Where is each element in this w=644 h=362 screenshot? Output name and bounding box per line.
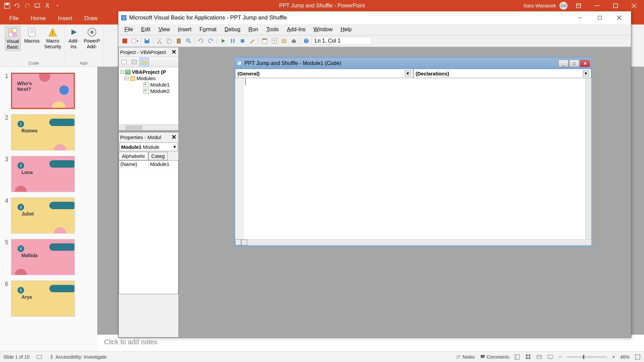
vba-procedure-view-icon[interactable] xyxy=(235,239,241,245)
vba-toolbox-icon[interactable] xyxy=(289,37,298,45)
vba-properties-object-select[interactable]: Module1 Module ▾ xyxy=(119,142,178,151)
vba-code-editor[interactable] xyxy=(243,78,585,239)
fit-window-icon[interactable] xyxy=(635,354,641,360)
slide-thumb-4[interactable]: 4 3 Juliet xyxy=(0,195,97,236)
user-name[interactable]: Sara Wanasek xyxy=(523,3,556,8)
vba-menu-insert[interactable]: Insert xyxy=(175,25,195,34)
tab-home[interactable]: Home xyxy=(24,12,52,24)
vba-menu-window[interactable]: Window xyxy=(310,25,336,34)
zoom-slider[interactable] xyxy=(567,356,607,358)
ribbon-display-icon[interactable] xyxy=(571,0,586,11)
vba-paste-icon[interactable] xyxy=(174,37,183,45)
addins-button[interactable]: Add- ins xyxy=(67,26,80,50)
macros-button[interactable]: Macros xyxy=(23,26,41,51)
vba-menu-format[interactable]: Format xyxy=(196,25,220,34)
slideshow-icon[interactable] xyxy=(34,2,41,9)
vba-menu-edit[interactable]: Edit xyxy=(138,25,154,34)
vba-close-icon[interactable] xyxy=(609,13,629,22)
vba-run-icon[interactable] xyxy=(219,37,227,45)
touch-icon[interactable] xyxy=(44,2,51,9)
vba-code-titlebar[interactable]: PPT Jump and Shuffle - Module1 (Code) _ … xyxy=(235,58,591,69)
sorter-view-icon[interactable] xyxy=(525,354,531,360)
vba-break-icon[interactable] xyxy=(228,37,237,45)
slideshow-view-icon[interactable] xyxy=(547,354,553,360)
vba-code-close-icon[interactable]: ✕ xyxy=(580,60,590,67)
vba-properties-panel-close-icon[interactable]: ✕ xyxy=(170,134,177,140)
vba-code-vscroll[interactable] xyxy=(585,78,591,239)
vba-properties-icon[interactable] xyxy=(270,37,279,45)
vba-titlebar[interactable]: V Microsoft Visual Basic for Application… xyxy=(118,11,631,24)
vba-props-tab-categorized[interactable]: Categ xyxy=(148,152,168,160)
vba-tree-module2[interactable]: Module2 xyxy=(120,88,177,94)
vba-maximize-icon[interactable] xyxy=(590,13,609,22)
vba-menu-help[interactable]: Help xyxy=(337,25,355,34)
vba-minimize-icon[interactable] xyxy=(571,13,590,22)
close-icon[interactable] xyxy=(626,0,641,11)
vba-menu-file[interactable]: File xyxy=(121,25,137,34)
vba-properties-grid[interactable]: (Name) Module1 xyxy=(119,160,178,294)
vba-redo-icon[interactable] xyxy=(206,37,215,45)
vba-find-icon[interactable] xyxy=(184,37,193,45)
tab-file[interactable]: File xyxy=(3,12,24,24)
comments-button[interactable]: Comments xyxy=(480,354,509,360)
vba-cut-icon[interactable] xyxy=(155,37,164,45)
slide-thumb-2[interactable]: 2 1 Romeo xyxy=(0,112,97,153)
vba-help-icon[interactable]: ? xyxy=(302,37,311,45)
vba-full-module-view-icon[interactable] xyxy=(241,239,247,245)
svg-point-23 xyxy=(51,355,52,356)
zoom-out-icon[interactable]: − xyxy=(558,354,561,360)
maximize-icon[interactable] xyxy=(608,0,623,11)
notes-button[interactable]: Notes xyxy=(456,354,475,360)
redo-icon[interactable] xyxy=(23,2,31,9)
vba-project-hscroll[interactable] xyxy=(119,124,178,130)
user-avatar[interactable]: SW xyxy=(559,2,568,10)
visual-basic-button[interactable]: Visual Basic xyxy=(5,26,21,51)
vba-procedure-dropdown[interactable]: (Declarations) ▾ xyxy=(413,69,591,78)
slides-panel[interactable]: 1 Who's Next? 2 1 Romeo 3 2 Lu xyxy=(0,67,97,351)
vba-props-tab-alphabetic[interactable]: Alphabetic xyxy=(119,152,148,160)
vba-toggle-folders-icon[interactable] xyxy=(140,58,149,66)
vba-code-minimize-icon[interactable]: _ xyxy=(558,60,569,67)
vba-menu-addins[interactable]: Add-Ins xyxy=(283,25,309,34)
vba-design-mode-icon[interactable] xyxy=(248,37,257,45)
vba-code-hscroll[interactable] xyxy=(247,239,591,245)
vba-menu-run[interactable]: Run xyxy=(245,25,262,34)
normal-view-icon[interactable] xyxy=(514,354,520,360)
vba-insert-module-icon[interactable]: ▾ xyxy=(130,37,139,45)
customize-qat-icon[interactable]: ▾ xyxy=(54,2,61,9)
slide-thumb-5[interactable]: 5 4 Maltida xyxy=(0,236,97,278)
zoom-level[interactable]: 46% xyxy=(620,354,630,360)
vba-view-code-icon[interactable] xyxy=(119,58,129,66)
vba-save-icon[interactable] xyxy=(143,37,151,45)
vba-undo-icon[interactable] xyxy=(197,37,205,45)
vba-project-panel-close-icon[interactable]: ✕ xyxy=(170,49,177,55)
vba-view-object-icon[interactable] xyxy=(129,58,139,66)
macro-security-button[interactable]: ! Macro Security xyxy=(43,26,63,51)
powerpoint-addins-button[interactable]: PowerP Add- xyxy=(82,26,101,50)
vba-menu-view[interactable]: View xyxy=(155,25,173,34)
minimize-icon[interactable] xyxy=(589,0,604,11)
vba-copy-icon[interactable] xyxy=(165,37,173,45)
slide-thumb-3[interactable]: 3 2 Luna xyxy=(0,153,97,195)
undo-icon[interactable] xyxy=(13,2,21,9)
slide-thumb-6[interactable]: 6 5 Arya xyxy=(0,278,97,319)
vba-tree-module1[interactable]: Module1 xyxy=(120,81,177,88)
reading-view-icon[interactable] xyxy=(536,354,542,360)
vba-view-powerpoint-icon[interactable] xyxy=(120,37,129,45)
vba-project-tree[interactable]: −VBAProject (P −Modules Module1 Module2 xyxy=(119,67,178,124)
vba-code-maximize-icon[interactable]: □ xyxy=(569,60,579,67)
vba-reset-icon[interactable] xyxy=(238,37,247,45)
vba-menu-debug[interactable]: Debug xyxy=(221,25,244,34)
save-icon[interactable] xyxy=(3,2,11,9)
tab-draw[interactable]: Draw xyxy=(78,12,104,24)
zoom-in-icon[interactable]: + xyxy=(612,354,615,360)
vba-object-browser-icon[interactable] xyxy=(280,37,288,45)
vba-menu-tools[interactable]: Tools xyxy=(263,25,282,34)
slide-thumb-1[interactable]: 1 Who's Next? xyxy=(0,70,97,112)
vba-project-explorer-icon[interactable] xyxy=(260,37,269,45)
vba-prop-name-value[interactable]: Module1 xyxy=(149,161,178,168)
spellcheck-icon[interactable] xyxy=(36,354,42,360)
tab-insert[interactable]: Insert xyxy=(52,12,78,24)
accessibility-button[interactable]: Accessibility: Investigate xyxy=(49,354,107,360)
vba-object-dropdown[interactable]: (General) ▾ xyxy=(235,69,413,78)
